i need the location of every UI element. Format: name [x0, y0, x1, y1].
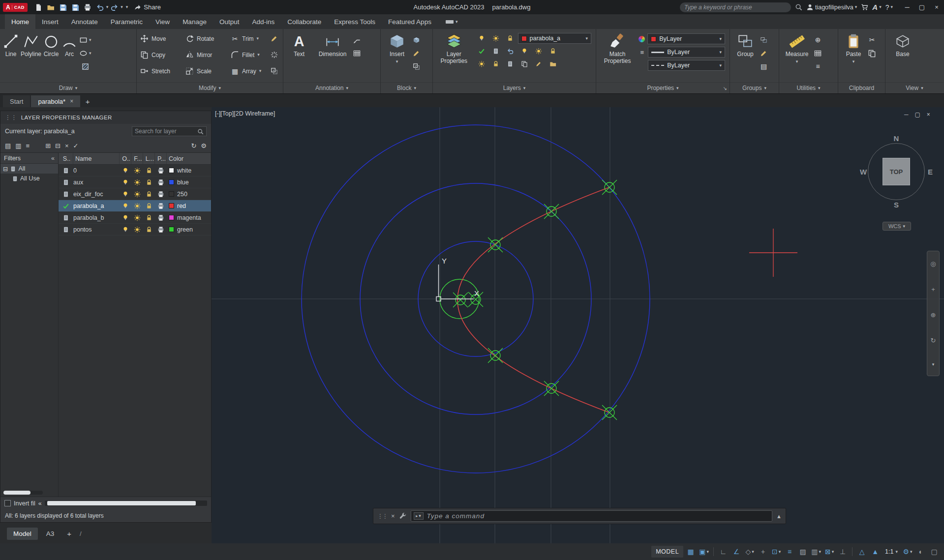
new-drawing-tab-button[interactable]: + — [81, 95, 94, 107]
circle-tool-button[interactable]: Circle — [43, 30, 60, 81]
grid-display-icon[interactable]: ▦ — [685, 546, 697, 558]
copy-clip-button[interactable] — [868, 48, 876, 59]
new-property-filter-icon[interactable]: ▤ — [5, 142, 11, 149]
layer-lock-button[interactable] — [489, 59, 502, 69]
layer-lock-icon[interactable] — [143, 226, 155, 233]
layout-a3-tab[interactable]: A3 — [40, 528, 61, 540]
viewcube-north[interactable]: N — [894, 134, 899, 143]
layer-search-field[interactable] — [132, 126, 207, 136]
layer-row-eix-dir-foc[interactable]: eix_dir_foc 250 — [59, 188, 211, 200]
layer-states-button[interactable] — [547, 59, 559, 69]
viewcube[interactable]: N S W E TOP — [858, 133, 935, 210]
text-tool-button[interactable]: A Text — [286, 30, 312, 81]
array-tool-button[interactable]: ▦Array▾ — [229, 63, 269, 79]
layer-plot-icon[interactable] — [155, 203, 167, 209]
group-manager-button[interactable]: ▤ — [760, 61, 768, 72]
search-field[interactable] — [680, 2, 791, 12]
layer-plot-icon[interactable] — [155, 226, 167, 233]
clean-screen-icon[interactable]: ▢ — [928, 546, 940, 558]
layer-freeze-icon[interactable] — [131, 214, 143, 221]
save-as-button[interactable] — [69, 1, 82, 13]
command-line-close-icon[interactable]: × — [391, 512, 395, 520]
view-panel-label[interactable]: View▾ — [885, 82, 944, 93]
layer-unlock-button[interactable] — [547, 46, 559, 57]
tab-home[interactable]: Home — [5, 14, 35, 29]
layer-freeze-icon[interactable] — [131, 191, 143, 198]
move-tool-button[interactable]: Move — [139, 30, 184, 47]
layer-select-dropdown[interactable]: parabola_a ▾ — [518, 33, 591, 44]
layer-walk-button[interactable] — [504, 59, 517, 69]
layer-states-manager-icon[interactable]: ≡ — [26, 142, 30, 149]
tab-featured-apps[interactable]: Featured Apps — [382, 14, 438, 29]
polyline-tool-button[interactable]: Polyline — [21, 30, 41, 81]
autodesk-apps-button[interactable]: A▾ — [872, 3, 881, 11]
group-button[interactable]: Group — [732, 30, 758, 81]
measure-button[interactable]: Measure▾ — [782, 30, 812, 81]
object-snap-icon[interactable]: ⊡▾ — [770, 546, 782, 558]
ortho-mode-icon[interactable]: ∟ — [717, 546, 729, 558]
tab-add-ins[interactable]: Add-ins — [245, 14, 281, 29]
base-view-button[interactable]: Base — [888, 30, 917, 81]
collapse-filters-icon[interactable]: « — [51, 155, 55, 162]
leader-tool-button[interactable] — [353, 34, 361, 45]
layer-delete-button[interactable] — [532, 59, 545, 69]
navbar-menu-icon[interactable]: ▾ — [932, 362, 935, 367]
layer-row-aux[interactable]: aux blue — [59, 177, 211, 188]
plot-button[interactable] — [82, 1, 94, 13]
fillet-tool-button[interactable]: Fillet▾ — [229, 47, 269, 63]
insert-block-button[interactable]: Insert▾ — [383, 30, 411, 81]
layer-row-parabola-b[interactable]: parabola_b magenta — [59, 212, 211, 224]
orbit-icon[interactable]: ↻ — [931, 337, 936, 344]
paste-button[interactable]: Paste▾ — [841, 30, 866, 81]
new-file-button[interactable] — [32, 1, 45, 13]
layer-lock-icon[interactable] — [143, 167, 155, 174]
new-layer-vp-frozen-icon[interactable]: ⊟ — [55, 142, 61, 149]
tab-output[interactable]: Output — [213, 14, 246, 29]
quick-access-menu-icon[interactable]: ▾ — [126, 5, 128, 9]
model-space-button[interactable]: MODEL — [651, 546, 683, 558]
layer-on-icon[interactable] — [120, 214, 131, 221]
palette-title-bar[interactable]: ⋮⋮ LAYER PROPERTIES MANAGER — [0, 111, 211, 124]
tab-express-tools[interactable]: Express Tools — [328, 14, 382, 29]
viewcube-south[interactable]: S — [894, 201, 899, 209]
layer-row-parabola-a[interactable]: parabola_a red — [59, 200, 211, 212]
layer-thaw-button[interactable] — [532, 46, 545, 57]
dynamic-ucs-icon[interactable]: ⊥ — [837, 546, 849, 558]
layer-plot-icon[interactable] — [155, 214, 167, 221]
layer-color-cell[interactable]: blue — [167, 179, 211, 186]
arc-tool-button[interactable]: Arc — [61, 30, 78, 81]
layer-on-button[interactable] — [518, 46, 531, 57]
scale-tool-button[interactable]: Scale — [184, 63, 229, 79]
layer-freeze-icon[interactable] — [131, 226, 143, 233]
layer-color-cell[interactable]: 250 — [167, 191, 211, 198]
palette-grip-icon[interactable]: ⋮⋮ — [5, 114, 17, 121]
lineweight-dropdown[interactable]: ByLayer▾ — [648, 47, 725, 58]
layer-color-cell[interactable]: magenta — [167, 214, 211, 221]
layer-freeze-button[interactable] — [504, 33, 517, 44]
layer-lock-icon[interactable] — [143, 179, 155, 186]
undo-button[interactable] — [94, 1, 106, 13]
layer-freeze-icon[interactable] — [131, 203, 143, 209]
layer-make-current-button[interactable] — [475, 46, 488, 57]
column-color[interactable]: Color — [167, 153, 211, 164]
layer-properties-button[interactable]: Layer Properties — [435, 30, 473, 81]
layer-search-input[interactable] — [135, 128, 195, 135]
transparency-icon[interactable]: ▨ — [797, 546, 809, 558]
viewport-restore-icon[interactable]: ▢ — [915, 111, 920, 118]
tab-insert[interactable]: Insert — [35, 14, 65, 29]
match-properties-button[interactable]: Match Properties — [599, 30, 636, 81]
autocad-logo-icon[interactable]: ACAD — [3, 3, 28, 12]
expander-icon[interactable]: ⊟ — [3, 165, 8, 173]
drawing-tab-parabola[interactable]: parabola*× — [31, 95, 80, 107]
window-close-button[interactable]: × — [929, 0, 944, 14]
selection-cycling-icon[interactable]: ▥▾ — [810, 546, 822, 558]
invert-filter-checkbox[interactable] — [4, 500, 11, 506]
model-space-viewport[interactable]: Y X — [212, 107, 944, 560]
modify-panel-label[interactable]: Modify▾ — [137, 82, 283, 93]
filter-all[interactable]: ⊟ All — [0, 164, 58, 174]
table-tool-button[interactable] — [353, 48, 361, 59]
properties-panel-label[interactable]: Properties▾↘ — [596, 82, 730, 93]
tab-collaborate[interactable]: Collaborate — [281, 14, 328, 29]
filter-all-used[interactable]: All Use — [0, 174, 58, 183]
stretch-tool-button[interactable]: Stretch — [139, 63, 184, 79]
